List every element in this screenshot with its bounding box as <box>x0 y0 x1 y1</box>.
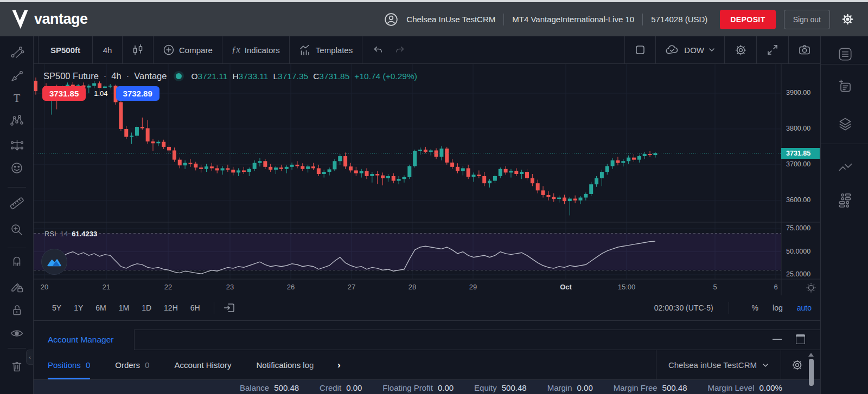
svg-text:T: T <box>14 92 20 104</box>
order-panel-icon[interactable] <box>836 77 854 96</box>
snapshot-camera-button[interactable] <box>788 36 820 63</box>
header-settings-gear-icon[interactable] <box>841 13 854 25</box>
drawing-lock-tool[interactable] <box>8 277 25 295</box>
gear-icon <box>791 359 803 371</box>
measure-ruler-tool[interactable] <box>8 195 25 212</box>
fx-icon: ƒx <box>232 44 240 55</box>
range-1d-button[interactable]: 1D <box>142 303 151 312</box>
price-axis[interactable]: 3900.003800.003700.003600.0075.000050.00… <box>781 64 820 279</box>
redo-icon[interactable] <box>394 44 406 56</box>
restore-panel-button[interactable] <box>796 334 805 344</box>
time-tick-label: 6 <box>774 283 777 291</box>
legend-change: +10.74 (+0.29%) <box>354 72 417 81</box>
zoom-in-tool[interactable] <box>8 221 25 238</box>
forecast-tool[interactable] <box>8 137 25 154</box>
chart-settings-button[interactable] <box>724 36 756 63</box>
legend-exchange: Vantage <box>134 71 167 81</box>
trend-line-tool[interactable] <box>8 43 25 61</box>
tab-orders[interactable]: Orders0 <box>115 350 149 379</box>
quote-badges: 3731.85 1.04 3732.89 <box>42 86 159 101</box>
templates-button[interactable]: Templates <box>290 36 362 63</box>
metric-margin-level: Margin Level0.00% <box>707 383 782 392</box>
tab-account-history[interactable]: Account History <box>174 350 231 379</box>
sell-bid-button[interactable]: 3731.85 <box>42 86 86 101</box>
compare-button[interactable]: Compare <box>154 36 222 63</box>
symbol-button[interactable]: SP500ft <box>38 36 93 63</box>
toolbar-divider <box>8 248 26 248</box>
scrollbar-up-arrow[interactable] <box>808 353 814 357</box>
metric-margin-free: Margin Free500.48 <box>614 383 687 392</box>
brand-wordmark: vantage <box>34 11 88 28</box>
go-to-date-button[interactable] <box>223 301 236 314</box>
range-1m-button[interactable]: 1M <box>119 303 129 312</box>
data-window-icon[interactable] <box>836 190 854 209</box>
brush-tool[interactable] <box>8 67 25 85</box>
range-5y-button[interactable]: 5Y <box>52 303 61 312</box>
range-6m-button[interactable]: 6M <box>95 303 106 312</box>
save-cloud-button[interactable]: DOW <box>655 36 724 63</box>
object-tree-layers-icon[interactable] <box>836 114 854 133</box>
tabs-scroll-right-chevron[interactable]: › <box>337 360 341 371</box>
log-scale-button[interactable]: log <box>773 303 783 312</box>
lock-all-tool[interactable] <box>8 301 25 319</box>
candlestick-icon <box>132 44 144 56</box>
tabs-fade-overlay <box>304 351 337 379</box>
vantage-logo-icon <box>11 9 29 30</box>
undo-icon[interactable] <box>372 44 384 56</box>
emoji-tool[interactable] <box>8 159 25 177</box>
sidebar-divider <box>821 144 868 144</box>
minimize-panel-button[interactable] <box>773 339 782 340</box>
hide-drawings-eye-tool[interactable] <box>8 325 25 342</box>
pattern-tool[interactable] <box>8 112 25 130</box>
chart-area[interactable]: SP500 Future · 4h · Vantage O3721.11 H37… <box>34 64 820 295</box>
range-1y-button[interactable]: 1Y <box>74 303 83 312</box>
fullscreen-icon <box>767 44 778 56</box>
remove-drawings-trash-tool[interactable] <box>8 358 25 375</box>
clock-label[interactable]: 02:00:30 (UTC-5) <box>654 303 713 312</box>
rsi-tick-label: 75.0000 <box>786 224 810 232</box>
layout-name-label: DOW <box>684 46 704 55</box>
brand-logo[interactable]: vantage <box>11 9 88 30</box>
interval-button[interactable]: 4h <box>93 36 123 63</box>
time-tick-label: 26 <box>287 283 295 291</box>
chart-type-candles-button[interactable] <box>123 36 154 63</box>
legend-symbol-title[interactable]: SP500 Future <box>43 71 99 81</box>
last-price-label: 3731.85 <box>781 148 820 159</box>
single-layout-icon <box>635 44 646 55</box>
rsi-indicator-legend[interactable]: RSI 14 61.4233 <box>44 230 97 238</box>
percent-scale-button[interactable]: % <box>752 303 758 312</box>
sidebar-collapse-handle[interactable]: ‹ <box>26 350 33 365</box>
text-tool[interactable]: T <box>8 89 25 107</box>
chart-bottom-bar: 5Y 1Y 6M 1M 1D 12H 6H 02:00:30 (UTC-5) %… <box>34 295 820 321</box>
range-6h-button[interactable]: 6H <box>190 303 200 312</box>
magnet-tool[interactable] <box>8 253 25 270</box>
indicators-button[interactable]: ƒx Indicators <box>222 36 290 63</box>
panel-scrollbar[interactable] <box>807 352 815 394</box>
time-tick-label: Oct <box>560 283 572 291</box>
alerts-zigzag-icon[interactable] <box>836 159 854 177</box>
account-manager-tab[interactable]: Account Manager <box>34 330 135 350</box>
layout-select-button[interactable] <box>624 36 655 63</box>
scrollbar-thumb[interactable] <box>809 359 814 386</box>
spread-value: 1.04 <box>91 88 111 99</box>
sidebar-divider <box>821 64 868 64</box>
cloud-check-icon <box>665 44 680 56</box>
header-server: MT4 VantageInternational-Live 10 <box>512 15 634 24</box>
account-manager-panel: Account Manager Positions0 Orders0 Accou… <box>34 330 820 394</box>
buy-ask-button[interactable]: 3732.89 <box>116 86 159 101</box>
watchlist-icon[interactable] <box>836 45 854 63</box>
signout-button[interactable]: Sign out <box>784 10 830 29</box>
time-axis[interactable]: 2021222326272829Oct15:0056 <box>34 279 820 295</box>
axis-settings-sun-icon[interactable] <box>805 282 817 294</box>
auto-scale-button[interactable]: auto <box>797 303 812 312</box>
mountain-logo-icon <box>47 256 61 268</box>
deposit-button[interactable]: DEPOSIT <box>720 10 775 29</box>
tab-positions[interactable]: Positions0 <box>48 350 90 379</box>
market-status-dot[interactable] <box>176 73 182 79</box>
range-12h-button[interactable]: 12H <box>164 303 178 312</box>
account-selector-dropdown[interactable]: Chelsea inUse TestCRM <box>656 350 781 380</box>
panel-window-controls <box>773 334 805 344</box>
fullscreen-button[interactable] <box>756 36 788 63</box>
tradingview-logo[interactable] <box>41 249 67 275</box>
legend-interval[interactable]: 4h <box>111 71 121 81</box>
